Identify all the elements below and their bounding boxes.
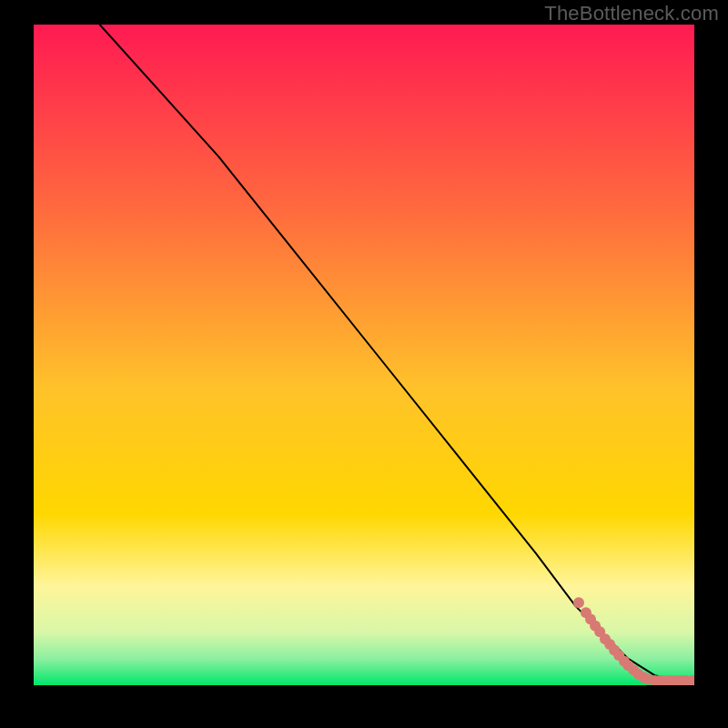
chart-container: TheBottleneck.com	[0, 0, 728, 728]
gradient-background	[34, 25, 694, 685]
data-point	[573, 597, 584, 608]
plot-area	[34, 25, 694, 685]
chart-svg	[34, 25, 694, 685]
watermark-text: TheBottleneck.com	[544, 2, 719, 25]
